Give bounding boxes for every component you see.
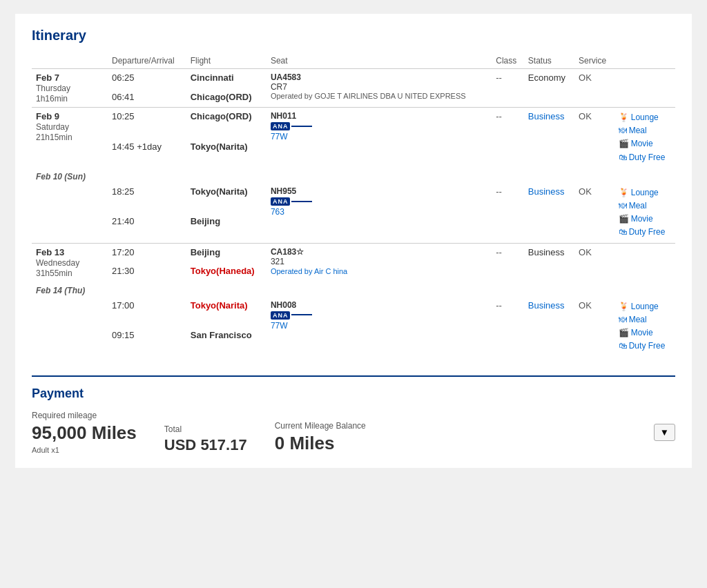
arrive-city: San Francisco bbox=[186, 326, 267, 356]
seat: -- bbox=[492, 243, 524, 282]
operated-by-link[interactable]: Operated by Air C hina bbox=[271, 267, 347, 275]
depart-time: 17:00 bbox=[108, 297, 186, 326]
col-header-service: Service bbox=[574, 53, 614, 69]
depart-city: Beijing bbox=[186, 243, 267, 262]
service: 🍹Lounge🍽Meal🎬Movie🛍Duty Free bbox=[614, 183, 675, 243]
service bbox=[614, 69, 675, 108]
table-row: 18:25 Tokyo(Narita) NH955ANA763 -- Busin… bbox=[32, 183, 675, 213]
arrive-time: 21:40 bbox=[108, 213, 186, 243]
date-cell: Feb 9 Saturday 21h15min bbox=[32, 108, 108, 168]
required-mileage-value: 95,000 Miles bbox=[32, 422, 137, 444]
service bbox=[614, 243, 675, 282]
required-mileage-label: Required mileage bbox=[32, 411, 137, 420]
col-header-seat: Seat bbox=[267, 53, 492, 69]
class-link[interactable]: Business bbox=[528, 111, 565, 121]
flight-cell: NH011ANA77W bbox=[267, 108, 492, 168]
service-link-meal[interactable]: 🍽Meal bbox=[619, 313, 671, 326]
arrive-time: 21:30 bbox=[108, 262, 186, 281]
balance-label: Current Mileage Balance bbox=[275, 421, 366, 431]
date-spacer bbox=[32, 326, 108, 356]
service-link-duty-free[interactable]: 🛍Duty Free bbox=[619, 340, 671, 353]
payment-footer: Required mileage 95,000 Miles Adult x1 T… bbox=[32, 411, 675, 454]
sub-date-row: Feb 10 (Sun) bbox=[32, 168, 675, 183]
status: OK bbox=[574, 69, 614, 108]
seat: -- bbox=[492, 69, 524, 108]
status: OK bbox=[574, 297, 614, 357]
service-link-duty-free[interactable]: 🛍Duty Free bbox=[619, 226, 671, 239]
class: Economy bbox=[524, 69, 574, 108]
total-label: Total bbox=[164, 424, 247, 434]
payment-dropdown-button[interactable]: ▼ bbox=[654, 424, 675, 441]
table-row: 17:00 Tokyo(Narita) NH008ANA77W -- Busin… bbox=[32, 297, 675, 326]
status: OK bbox=[574, 108, 614, 168]
class-text: Economy bbox=[528, 72, 565, 83]
service-link-meal[interactable]: 🍽Meal bbox=[619, 199, 671, 213]
service-link-lounge[interactable]: 🍹Lounge bbox=[619, 300, 671, 313]
balance-value: 0 Miles bbox=[275, 433, 366, 454]
class-link[interactable]: Business bbox=[528, 186, 565, 197]
service-link-duty-free[interactable]: 🛍Duty Free bbox=[619, 151, 671, 164]
date-spacer bbox=[32, 213, 108, 243]
flight-cell: UA4583CR7Operated by GOJE T AIRLINES DBA… bbox=[267, 69, 492, 108]
service-link-lounge[interactable]: 🍹Lounge bbox=[619, 111, 671, 124]
col-header-class: Class bbox=[492, 53, 524, 69]
table-row: Feb 13 Wednesday 31h55min 17:20 Beijing … bbox=[32, 243, 675, 262]
service-link-movie[interactable]: 🎬Movie bbox=[619, 326, 671, 340]
depart-city: Chicago(ORD) bbox=[186, 108, 267, 138]
depart-time: 06:25 bbox=[108, 69, 186, 88]
date-spacer bbox=[32, 297, 108, 326]
payment-section: Payment Required mileage 95,000 Miles Ad… bbox=[32, 375, 675, 454]
balance-item: Current Mileage Balance 0 Miles bbox=[275, 421, 366, 454]
col-header-flight: Flight bbox=[186, 53, 267, 69]
total-value: USD 517.17 bbox=[164, 436, 247, 454]
flight-cell: NH008ANA77W bbox=[267, 297, 492, 357]
class: Business bbox=[524, 183, 574, 243]
class: Business bbox=[524, 297, 574, 357]
payment-details: Required mileage 95,000 Miles Adult x1 T… bbox=[32, 411, 366, 454]
col-header-depArr: Departure/Arrival bbox=[108, 53, 186, 69]
required-mileage-item: Required mileage 95,000 Miles Adult x1 bbox=[32, 411, 137, 454]
arrive-city: Tokyo(Narita) bbox=[186, 138, 267, 168]
depart-time: 17:20 bbox=[108, 243, 186, 262]
status: OK bbox=[574, 243, 614, 282]
col-header-status: Status bbox=[524, 53, 574, 69]
seat: -- bbox=[492, 183, 524, 243]
seat: -- bbox=[492, 297, 524, 357]
flight-cell: NH955ANA763 bbox=[267, 183, 492, 243]
col-header-date bbox=[32, 53, 108, 69]
date-cell: Feb 13 Wednesday 31h55min bbox=[32, 243, 108, 282]
aircraft-link[interactable]: 77W bbox=[271, 321, 288, 331]
class-link[interactable]: Business bbox=[528, 300, 565, 311]
itinerary-title: Itinerary bbox=[32, 28, 675, 43]
depart-city: Tokyo(Narita) bbox=[186, 297, 267, 326]
arrive-city: Chicago(ORD) bbox=[186, 88, 267, 108]
service-link-lounge[interactable]: 🍹Lounge bbox=[619, 186, 671, 199]
service: 🍹Lounge🍽Meal🎬Movie🛍Duty Free bbox=[614, 297, 675, 357]
sub-date-row: Feb 14 (Thu) bbox=[32, 282, 675, 297]
aircraft-link[interactable]: 77W bbox=[271, 132, 288, 141]
date-cell: Feb 7 Thursday 1h16min bbox=[32, 69, 108, 108]
service-link-movie[interactable]: 🎬Movie bbox=[619, 213, 671, 226]
depart-time: 18:25 bbox=[108, 183, 186, 213]
page-container: Itinerary Departure/Arrival Flight Seat … bbox=[15, 14, 692, 468]
table-row: Feb 7 Thursday 1h16min 06:25 Cincinnati … bbox=[32, 69, 675, 88]
payment-title: Payment bbox=[32, 386, 675, 401]
aircraft-link[interactable]: 763 bbox=[271, 207, 284, 217]
arrive-city: Tokyo(Haneda) bbox=[186, 262, 267, 281]
total-item: Total USD 517.17 bbox=[164, 424, 247, 454]
class-text: Business bbox=[528, 247, 565, 257]
table-row: Feb 9 Saturday 21h15min 10:25 Chicago(OR… bbox=[32, 108, 675, 138]
depart-time: 10:25 bbox=[108, 108, 186, 138]
date-spacer bbox=[32, 183, 108, 213]
status: OK bbox=[574, 183, 614, 243]
arrive-time: 09:15 bbox=[108, 326, 186, 356]
flight-cell: CA183☆321Operated by Air C hina bbox=[267, 243, 492, 282]
service-link-meal[interactable]: 🍽Meal bbox=[619, 124, 671, 137]
arrive-city: Beijing bbox=[186, 213, 267, 243]
class: Business bbox=[524, 108, 574, 168]
depart-city: Tokyo(Narita) bbox=[186, 183, 267, 213]
adult-label: Adult x1 bbox=[32, 446, 137, 454]
arrive-time: 06:41 bbox=[108, 88, 186, 108]
service-link-movie[interactable]: 🎬Movie bbox=[619, 137, 671, 150]
itinerary-table: Departure/Arrival Flight Seat Class Stat… bbox=[32, 53, 675, 356]
